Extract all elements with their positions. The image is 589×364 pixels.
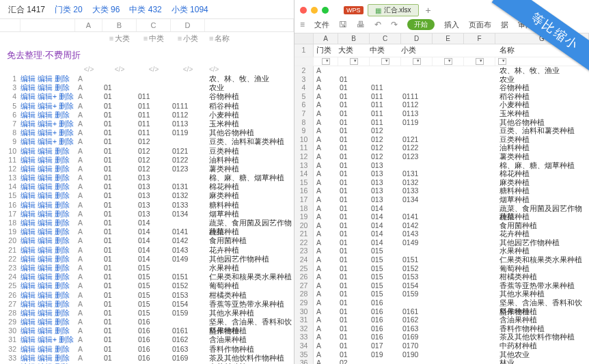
tab-item[interactable]: 中类 432 (129, 4, 161, 16)
filter-icon[interactable] (381, 58, 389, 65)
table-row[interactable]: 30A010160161坚果种植 (294, 307, 589, 316)
row-actions[interactable]: 编辑 编辑 删除 (20, 74, 75, 83)
tab-item[interactable]: 门类 20 (55, 4, 83, 16)
table-row[interactable]: 6A010110112小麦种植 (294, 100, 589, 109)
minimize-dot-icon[interactable] (311, 7, 318, 14)
table-row[interactable]: 16A010130133糖料种植 (294, 186, 589, 195)
row-actions[interactable]: 编辑 编辑 删除 (20, 255, 75, 264)
table-row[interactable]: 25A010150152葡萄种植 (294, 264, 589, 273)
row-actions[interactable]: 编辑 编辑 删除 (20, 354, 75, 363)
menu-file[interactable]: 文件 (314, 20, 329, 30)
table-row[interactable]: 18编辑 编辑 删除A01014蔬菜、食用菌及园艺作物种植 (0, 219, 294, 227)
left-grid[interactable]: 1编辑 编辑 删除A农、林、牧、渔业3编辑 编辑 删除A01农业4编辑 编辑+ … (0, 74, 294, 364)
col-F[interactable]: F (464, 33, 495, 44)
table-row[interactable]: 9A01012豆类、油料和薯类种植 (294, 126, 589, 135)
table-row[interactable]: 20A010140142食用菌种植 (294, 221, 589, 230)
table-row[interactable]: 12编辑 编辑 删除A010120123薯类种植 (0, 165, 294, 173)
table-row[interactable]: 8A010110119其他谷物种植 (294, 118, 589, 127)
table-row[interactable]: 21A010140143花卉种植 (294, 229, 589, 238)
table-row[interactable]: 23A01015水果种植 (294, 247, 589, 255)
table-row[interactable]: 16编辑 编辑 删除A010130133糖料种植 (0, 201, 294, 210)
row-actions[interactable]: 编辑 编辑 删除 (20, 227, 75, 236)
table-row[interactable]: 10A010120121豆类种植 (294, 135, 589, 144)
row-actions[interactable]: 编辑 编辑 删除 (20, 83, 75, 92)
table-row[interactable]: 19编辑 编辑 删除A010140141蔬菜种植 (0, 227, 294, 236)
table-row[interactable]: 33A010160169茶及其他饮料作物种植 (294, 333, 589, 341)
table-row[interactable]: 26A010150153柑橘类种植 (294, 272, 589, 281)
table-row[interactable]: 7A010110113玉米种植 (294, 109, 589, 118)
table-row[interactable]: 8编辑 编辑+ 删除A010110119其他谷物种植 (0, 128, 294, 137)
document-tab[interactable]: ▦汇合.xlsx (368, 4, 419, 16)
menu-icon[interactable]: ≡ (143, 34, 148, 42)
save-icon[interactable]: 🖫 (339, 20, 347, 29)
menu-data[interactable]: 据 (501, 20, 508, 30)
row-actions[interactable]: 编辑 编辑 删除 (20, 147, 75, 156)
table-row[interactable]: 28编辑 编辑 删除A010150159其他水果种植 (0, 309, 294, 318)
row-actions[interactable]: 编辑 编辑 删除 (20, 111, 75, 120)
row-actions[interactable]: 编辑 编辑 删除 (20, 165, 75, 173)
table-row[interactable]: 24编辑 编辑 删除A010150151仁果类和核果类水果种植 (0, 272, 294, 281)
new-tab-icon[interactable]: + (426, 5, 431, 16)
table-row[interactable]: 11编辑 编辑 删除A010120122油料种植 (0, 156, 294, 165)
table-row[interactable]: 6编辑 编辑 删除A010110112小麦种植 (0, 111, 294, 120)
print-icon[interactable]: 🖶 (357, 20, 365, 29)
filter-icon[interactable] (413, 58, 421, 65)
table-row[interactable]: 14编辑 编辑 删除A010130131棉花种植 (0, 182, 294, 191)
row-actions[interactable]: 编辑 编辑 删除 (20, 281, 75, 290)
table-row[interactable]: 31A010160162含油果种植 (294, 316, 589, 324)
row-actions[interactable]: 编辑 编辑 删除 (20, 182, 75, 191)
tab-item[interactable]: 大类 96 (92, 4, 120, 16)
row-actions[interactable]: 编辑 编辑 删除 (20, 201, 75, 210)
row-actions[interactable]: 编辑 编辑 删除 (20, 326, 75, 335)
menu-start[interactable]: 开始 (407, 19, 435, 30)
row-actions[interactable]: 编辑 编辑+ 删除 (20, 92, 75, 101)
zoom-dot-icon[interactable] (322, 7, 329, 14)
row-actions[interactable]: 编辑 编辑+ 删除 (20, 335, 75, 344)
table-row[interactable]: 31编辑 编辑+ 删除A010160162含油果种植 (0, 335, 294, 344)
table-row[interactable]: 20编辑 编辑 删除A010140142食用菌种植 (0, 236, 294, 245)
table-row[interactable]: 35A010190190其他农业 (294, 350, 589, 359)
table-row[interactable]: 34A010170170中药材种植 (294, 341, 589, 350)
filter-icon[interactable] (322, 58, 330, 65)
right-grid[interactable]: 2A农、林、牧、渔业3A01农业4A01011谷物种植5A010110111稻谷… (294, 66, 589, 364)
table-row[interactable]: 9编辑 编辑+ 删除A01012豆类、油料和薯类种植 (0, 137, 294, 146)
table-row[interactable]: 10编辑 编辑 删除A010120121豆类种植 (0, 147, 294, 156)
table-row[interactable]: 27编辑 编辑 删除A010150154香蕉等亚热带水果种植 (0, 300, 294, 309)
table-row[interactable]: 13A01013棉、麻、糖、烟草种植 (294, 161, 589, 170)
app-menu-icon[interactable]: ≡ (300, 20, 305, 29)
table-row[interactable]: 26编辑 编辑 删除A010150153柑橘类种植 (0, 291, 294, 300)
row-actions[interactable]: 编辑 编辑 删除 (20, 210, 75, 219)
menu-insert[interactable]: 插入 (444, 20, 459, 30)
table-row[interactable]: 36A02林业 (294, 359, 589, 364)
filter-icon[interactable] (476, 58, 484, 65)
table-row[interactable]: 23编辑 编辑 删除A01015水果种植 (0, 264, 294, 272)
table-row[interactable]: 33编辑 编辑 删除A010160169茶及其他饮料作物种植 (0, 354, 294, 363)
row-actions[interactable]: 编辑 编辑 删除 (20, 219, 75, 227)
row-actions[interactable]: 编辑 编辑 删除 (20, 300, 75, 309)
table-row[interactable]: 13编辑 编辑 删除A01013棉、麻、糖、烟草种植 (0, 173, 294, 182)
row-actions[interactable]: 编辑 编辑 删除 (20, 291, 75, 300)
table-row[interactable]: 28A010150159其他水果种植 (294, 290, 589, 298)
table-row[interactable]: 22A010140149其他园艺作物种植 (294, 238, 589, 247)
table-row[interactable]: 5A010110111稻谷种植 (294, 92, 589, 101)
table-row[interactable]: 30编辑 编辑 删除A010160161坚果种植 (0, 326, 294, 335)
table-row[interactable]: 4A01011谷物种植 (294, 83, 589, 92)
row-actions[interactable]: 编辑 编辑 删除 (20, 272, 75, 281)
table-row[interactable]: 5编辑 编辑+ 删除A010110111稻谷种植 (0, 102, 294, 111)
col-E[interactable]: E (433, 33, 464, 44)
table-row[interactable]: 32A010160163香料作物种植 (294, 324, 589, 333)
table-row[interactable]: 17编辑 编辑 删除A010130134烟草种植 (0, 210, 294, 219)
tab-item[interactable]: 小类 1094 (172, 4, 208, 16)
filter-icon[interactable] (350, 58, 358, 65)
table-row[interactable]: 24A010150151仁果类和核果类水果种植 (294, 255, 589, 264)
table-row[interactable]: 29A01016坚果、含油果、香料和饮料作物种植 (294, 298, 589, 307)
table-row[interactable]: 3编辑 编辑 删除A01农业 (0, 83, 294, 92)
row-actions[interactable]: 编辑 编辑+ 删除 (20, 102, 75, 111)
table-row[interactable]: 15编辑 编辑 删除A010130132麻类种植 (0, 191, 294, 200)
filter-icon[interactable] (498, 58, 506, 65)
table-row[interactable]: 21编辑 编辑 删除A010140143花卉种植 (0, 246, 294, 255)
filter-icon[interactable] (444, 58, 452, 65)
col-A[interactable]: A (314, 33, 338, 44)
menu-icon[interactable]: ≡ (209, 34, 213, 42)
menu-icon[interactable]: ≡ (178, 34, 182, 42)
